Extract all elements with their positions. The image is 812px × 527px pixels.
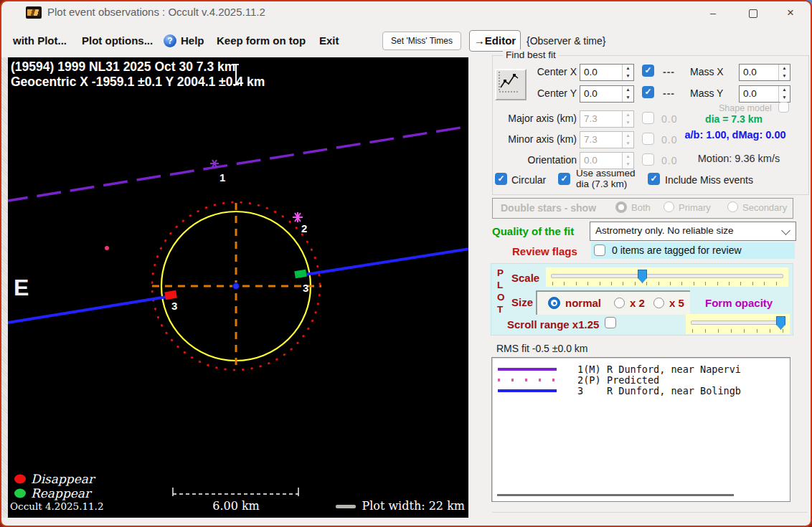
ab-dmag-readout: a/b: 1.00, dMag: 0.00: [674, 129, 796, 141]
plot-canvas[interactable]: 1 3 3 2: [8, 57, 468, 518]
size-radio-group: normal x 2 x 5: [536, 290, 690, 315]
spin-down-icon[interactable]: ▼: [779, 72, 790, 80]
minor-axis-value: 7.3: [584, 134, 598, 145]
quality-dropdown[interactable]: Astrometry only. No reliable size: [590, 222, 796, 241]
chord-style-swatch-blue: [498, 389, 557, 392]
shape-model-label: Shape model: [719, 103, 772, 113]
observation-id: 1(M): [577, 364, 601, 375]
plot-area: 1 3 3 2: [8, 57, 468, 518]
menu-plot-options[interactable]: Plot options...: [82, 34, 153, 47]
plot-title-line1: (19594) 1999 NL31 2025 Oct 30 7.3 km: [11, 60, 235, 74]
help-icon[interactable]: ?: [164, 34, 176, 47]
spin-up-icon: ▲: [623, 111, 633, 119]
diameter-readout: dia = 7.3 km: [673, 113, 795, 125]
stray-point: [105, 246, 109, 250]
close-icon: ×: [787, 6, 794, 19]
plot-letter-t: T: [497, 304, 503, 315]
spin-down-icon[interactable]: ▼: [779, 94, 790, 102]
version-label: Occult 4.2025.11.2: [10, 500, 104, 512]
center-y-checkbox[interactable]: ✓: [642, 86, 654, 98]
scroll-range-checkbox[interactable]: [605, 317, 616, 328]
plot-vertical-scrollbar[interactable]: [1, 57, 8, 518]
check-icon: ✓: [644, 65, 651, 75]
size-normal-radio[interactable]: [548, 297, 560, 309]
center-x-label: Center X: [525, 66, 577, 77]
plot-title-line2: Geocentric X -1959.1 ±0.1 Y 2004.1 ±0.4 …: [11, 75, 265, 89]
center-x-spinner[interactable]: 0.0 ▲▼: [580, 64, 634, 81]
plot-settings-panel: P L O T Scale Size normal x 2 x 5: [491, 263, 793, 336]
center-x-flag: ---: [663, 66, 675, 77]
observations-list[interactable]: 1(M) R Dunford, near Napervi 2(P) Predic…: [491, 357, 790, 502]
east-direction-label: E: [14, 275, 29, 300]
scale-slider[interactable]: [546, 267, 788, 287]
legend-disappear-label: Disappear: [31, 472, 96, 486]
mass-y-spinner[interactable]: 0.0 ▲▼: [739, 85, 790, 103]
chord-3-line-right: [301, 249, 468, 275]
marker-3-reappear-label: 3: [303, 282, 308, 294]
check-icon: ✓: [560, 174, 567, 184]
size-x5-radio[interactable]: [653, 298, 664, 308]
orientation-label: Orientation: [496, 154, 577, 166]
list-horizontal-scrollbar[interactable]: [497, 494, 734, 496]
spin-up-icon[interactable]: ▲: [623, 86, 633, 94]
form-opacity-thumb[interactable]: [776, 316, 785, 330]
list-item[interactable]: 1(M) R Dunford, near Napervi: [492, 364, 790, 375]
marker-1-label: 1: [219, 171, 225, 184]
form-opacity-slider[interactable]: [686, 314, 790, 334]
spin-up-icon[interactable]: ▲: [779, 65, 790, 72]
use-assumed-checkbox[interactable]: ✓: [558, 173, 570, 185]
double-stars-primary-radio: [664, 201, 674, 212]
maximize-button[interactable]: [737, 4, 769, 22]
close-button[interactable]: ×: [775, 4, 806, 22]
mass-x-spinner[interactable]: 0.0 ▲▼: [739, 64, 790, 81]
mass-y-label: Mass Y: [690, 87, 723, 99]
orientation-value: 0.0: [584, 155, 598, 166]
menu-with-plot[interactable]: with Plot...: [13, 34, 67, 47]
size-x2-radio[interactable]: [614, 298, 625, 308]
marker-3-disappear-label: 3: [171, 300, 177, 312]
menu-exit[interactable]: Exit: [319, 34, 339, 47]
review-flags-checkbox[interactable]: [594, 244, 605, 256]
observation-id: 2(P): [577, 374, 601, 386]
minimize-button[interactable]: –: [697, 4, 729, 22]
include-miss-checkbox[interactable]: ✓: [648, 173, 660, 185]
spin-up-icon[interactable]: ▲: [623, 65, 633, 72]
spin-up-icon: ▲: [623, 153, 633, 161]
form-opacity-label: Form opacity: [705, 297, 773, 309]
star-marker-2: [293, 212, 303, 222]
app-window: Plot event observations : Occult v.4.202…: [1, 1, 811, 526]
double-stars-both-radio: [615, 201, 627, 213]
splitter-handle[interactable]: [336, 505, 356, 508]
editor-button[interactable]: →Editor: [469, 30, 521, 52]
list-item[interactable]: 3 R Dunford, near Bolingb: [492, 385, 790, 397]
motion-readout: Motion: 9.36 km/s: [681, 153, 796, 164]
window-title: Plot event observations : Occult v.4.202…: [47, 6, 265, 18]
center-y-spinner[interactable]: 0.0 ▲▼: [580, 85, 634, 103]
chart-icon: [496, 70, 521, 95]
set-miss-times-button[interactable]: Set 'Miss' Times: [382, 32, 461, 50]
chord-1-line: [8, 126, 468, 201]
fit-button[interactable]: [495, 69, 527, 100]
scale-bar-label: 6.00 km: [212, 499, 260, 513]
menu-help[interactable]: Help: [181, 34, 204, 47]
observation-name: R Dunford, near Bolingb: [607, 385, 741, 397]
list-item[interactable]: 2(P) Predicted: [492, 374, 790, 386]
circular-checkbox[interactable]: ✓: [495, 173, 507, 185]
center-dot: [233, 283, 240, 290]
shape-model-checkbox[interactable]: [778, 102, 789, 113]
review-flags-box: 0 items are tagged for review: [591, 242, 795, 259]
spin-up-icon[interactable]: ▲: [779, 86, 790, 94]
panel-divider: [492, 512, 808, 513]
mass-x-label: Mass X: [690, 66, 724, 77]
major-axis-label: Major axis (km): [496, 113, 577, 124]
center-x-checkbox[interactable]: ✓: [642, 65, 654, 77]
control-panel: Find best fit Center X 0.0 ▲▼ ✓ --- Mass…: [486, 53, 811, 518]
spin-down-icon[interactable]: ▼: [623, 72, 633, 80]
menu-keep-on-top[interactable]: Keep form on top: [217, 34, 306, 47]
scale-slider-groove: [551, 274, 783, 278]
size-label: Size: [511, 296, 533, 308]
observer-time-label: {Observer & time}: [527, 35, 606, 47]
disappear-legend-dot: [14, 475, 26, 484]
spin-down-icon[interactable]: ▼: [623, 94, 633, 102]
orientation-flag: 0.0: [661, 155, 677, 166]
